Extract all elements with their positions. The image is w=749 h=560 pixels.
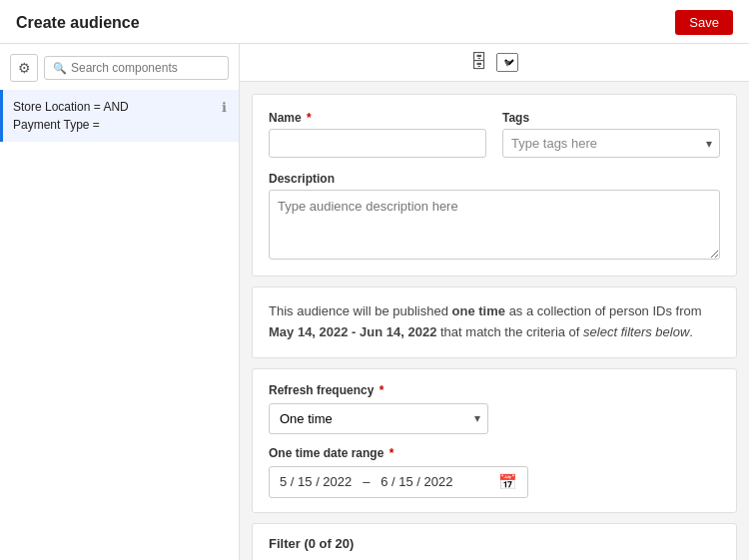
- component-item[interactable]: Store Location = AND Payment Type = ℹ: [0, 90, 239, 142]
- refresh-section: Refresh frequency * One time One time da…: [252, 368, 737, 513]
- date-range-input[interactable]: 5 / 15 / 2022 – 6 / 15 / 2022 📅: [269, 466, 528, 498]
- name-input[interactable]: [269, 129, 486, 158]
- content-top-bar: 🗄: [240, 44, 749, 82]
- filter-section: Filter (0 of 20) Drag and drop a filter …: [252, 523, 737, 560]
- database-icon: 🗄: [470, 52, 488, 73]
- datasource-select[interactable]: [496, 53, 518, 72]
- date-range-section: One time date range * 5 / 15 / 2022 – 6 …: [269, 446, 720, 498]
- header-actions: Save: [675, 10, 733, 35]
- info-box: This audience will be published one time…: [252, 286, 737, 358]
- component-item-text: Store Location = AND Payment Type =: [13, 98, 129, 134]
- info-icon[interactable]: ℹ: [222, 100, 227, 115]
- info-middle: as a collection of person IDs from: [505, 303, 702, 318]
- component-text-line2: Payment Type =: [13, 116, 129, 134]
- datasource-select-wrapper: [496, 53, 518, 72]
- info-italic: select filters below: [583, 324, 689, 339]
- info-bold: one time: [452, 303, 505, 318]
- save-button[interactable]: Save: [675, 10, 733, 35]
- tags-select-wrapper: Type tags here: [502, 129, 720, 158]
- search-input[interactable]: [71, 61, 220, 75]
- name-tags-row: Name * Tags Type tags here: [269, 111, 720, 158]
- component-text-line1: Store Location = AND: [13, 98, 129, 116]
- description-textarea[interactable]: [269, 190, 720, 260]
- sidebar-top: ⚙ 🔍: [0, 54, 239, 90]
- tags-label: Tags: [502, 111, 720, 125]
- info-date: May 14, 2022 - Jun 14, 2022: [269, 324, 436, 339]
- gear-button[interactable]: ⚙: [10, 54, 38, 82]
- date-range-label: One time date range *: [269, 446, 720, 460]
- refresh-select-wrapper: One time: [269, 403, 488, 434]
- page-header: Create audience Save: [0, 0, 749, 44]
- tags-group: Tags Type tags here: [502, 111, 720, 158]
- page-title: Create audience: [16, 14, 140, 32]
- info-prefix: This audience will be published: [269, 303, 452, 318]
- search-icon: 🔍: [53, 62, 67, 75]
- description-label: Description: [269, 172, 720, 186]
- info-end: .: [689, 324, 693, 339]
- main-layout: ⚙ 🔍 Store Location = AND Payment Type = …: [0, 44, 749, 560]
- refresh-select[interactable]: One time: [269, 403, 488, 434]
- name-label: Name *: [269, 111, 486, 125]
- content-area: 🗄 Name * Tags: [240, 44, 749, 560]
- sidebar: ⚙ 🔍 Store Location = AND Payment Type = …: [0, 44, 240, 560]
- search-box: 🔍: [44, 56, 229, 80]
- name-required-star: *: [304, 111, 312, 125]
- name-group: Name *: [269, 111, 486, 158]
- description-group: Description: [269, 172, 720, 260]
- calendar-icon[interactable]: 📅: [498, 473, 517, 491]
- date-range-start: 5 / 15 / 2022 – 6 / 15 / 2022: [280, 474, 492, 489]
- refresh-label: Refresh frequency *: [269, 383, 720, 397]
- tags-select[interactable]: Type tags here: [502, 129, 720, 158]
- filter-title: Filter (0 of 20): [269, 536, 720, 551]
- gear-icon: ⚙: [18, 60, 31, 76]
- name-tags-section: Name * Tags Type tags here Description: [252, 94, 737, 277]
- info-suffix: that match the criteria of: [436, 324, 583, 339]
